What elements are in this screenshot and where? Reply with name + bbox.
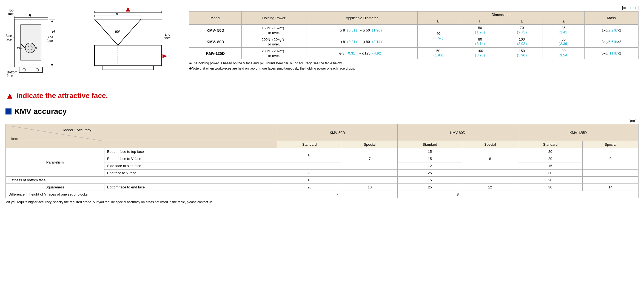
L-80d: 100（3.93） [501, 36, 543, 48]
H-80d: 80（3.14） [459, 36, 501, 48]
val-50d-diff: 7 [277, 191, 397, 198]
val-80d-std-flat: 15 [398, 177, 462, 184]
note-2: ※Note that when workpieces are held on t… [189, 66, 639, 71]
a-80d: 60（2.36） [543, 36, 584, 48]
svg-text:a: a [116, 12, 118, 16]
accuracy-section: KMV accuracy （μm） Model・Accuracy Item [5, 107, 639, 204]
accuracy-title: KMV accuracy [14, 107, 67, 116]
svg-text:Item: Item [11, 137, 18, 141]
val-50d-spl-flat [342, 177, 398, 184]
power-50d: 150N（15kgf）or over. [241, 25, 306, 36]
svg-line-44 [118, 19, 141, 45]
H-125d: 100（3.93） [459, 48, 501, 59]
sub-flatness: Flatness of bottom face [6, 177, 277, 184]
col-holding-power: Holding Power [241, 12, 306, 25]
val-50d-std-sside [277, 162, 342, 170]
mass-80d: 3kg/6.6 lb×2 [585, 36, 639, 48]
red-arrow-icon: ▲ [5, 91, 14, 100]
H-50d: 50（1.96） [459, 25, 501, 36]
dim-L: L [501, 18, 543, 25]
acc-80d-std: Standard [398, 141, 462, 148]
val-80d-std-btop: 15 [398, 148, 462, 155]
top-section: Top face B OFF ON [5, 5, 639, 100]
col-applicable-diameter: Applicable Diameter [306, 12, 417, 25]
acc-row-1: Parallelism Bottom face to top face 10 7… [6, 148, 639, 155]
val-80d-std-bvface: 15 [398, 155, 462, 162]
accuracy-table: Model・Accuracy Item KMV-50D KMV-80D KMV-… [5, 124, 639, 198]
acc-80d-spl: Special [462, 141, 518, 148]
svg-rect-46 [95, 45, 162, 66]
val-125d-diff [518, 191, 638, 198]
sub-evface: End face to V face [104, 170, 277, 177]
acc-50d-std: Standard [277, 141, 342, 148]
svg-text:B: B [29, 13, 31, 18]
svg-point-28 [23, 68, 25, 71]
val-125d-std-flat: 20 [518, 177, 583, 184]
acc-sub-header-row: Standard Special Standard Special Standa… [6, 141, 639, 148]
diam-50d: φ 8（0.31）－φ 50（1.96） [306, 25, 417, 36]
table-row: KMV- 50D 150N（15kgf）or over. φ 8（0.31）－φ… [189, 25, 639, 36]
svg-text:face: face [8, 12, 15, 16]
val-50d-std-evface: 20 [277, 170, 342, 177]
svg-text:face: face [5, 38, 12, 41]
B-50d: 40（1.57） [417, 25, 459, 48]
col-model: Model [189, 12, 242, 25]
sub-bend: Bottom face to end face [104, 184, 277, 191]
col-mass: Mass [585, 12, 639, 25]
acc-125d-spl: Special [583, 141, 639, 148]
val-50d-std-btop: 10 [277, 148, 342, 162]
val-125d-spl-flat [583, 177, 639, 184]
val-125d-spl: 9 [583, 148, 639, 170]
svg-rect-7 [21, 25, 41, 60]
page-container: Top face B OFF ON [5, 5, 639, 204]
accuracy-header: KMV accuracy [5, 107, 639, 116]
power-80d: 200N（20kgf）or over. [241, 36, 306, 48]
acc-row-6: Squareness Bottom face to end face 20 10… [6, 184, 639, 191]
attractive-text: indicate the attractive face. [16, 91, 108, 100]
val-80d-spl-bend: 12 [462, 184, 518, 191]
bottom-notes: ※If you require higher accuracy, specify… [5, 200, 639, 204]
table-row: KMV- 80D 200N（20kgf）or over. φ 8（0.31）－φ… [189, 36, 639, 48]
svg-text:face: face [7, 74, 13, 78]
svg-text:face: face [164, 36, 171, 40]
model-50d: KMV- 50D [189, 25, 242, 36]
acc-header-row: Model・Accuracy Item KMV-50D KMV-80D KMV-… [6, 124, 639, 141]
val-125d-std-evface: 30 [518, 170, 583, 177]
diagrams: Top face B OFF ON [5, 5, 181, 86]
svg-marker-18 [51, 64, 53, 67]
val-125d-std-btop: 20 [518, 148, 583, 155]
val-80d-std-evface: 25 [398, 170, 462, 177]
sub-sside: Side face to side face [104, 162, 277, 170]
val-50d-spl-evface [342, 170, 398, 177]
val-80d-std-bend: 25 [398, 184, 462, 191]
bottom-note-1: ※If you require higher accuracy, specify… [5, 200, 92, 204]
dim-H: H [459, 18, 501, 25]
unit-label: [mm（in）] [189, 5, 639, 10]
model-80d: KMV- 80D [189, 36, 242, 48]
dim-a: a [543, 18, 584, 25]
diam-80d: φ 8（0.31）－φ 80（3.14） [306, 36, 417, 48]
diagram-section: Top face B OFF ON [5, 5, 181, 100]
acc-row-5: Flatness of bottom face 10 15 20 [6, 177, 639, 184]
val-125d-spl-bend: 14 [583, 184, 639, 191]
svg-text:OFF: OFF [17, 47, 22, 50]
acc-model-80d: KMV-80D [398, 124, 518, 141]
group-parallelism: Parallelism [6, 148, 104, 177]
bottom-note-2: ※If you require special accuracy on area… [93, 200, 213, 204]
mass-50d: 1kg/2.2 lb×2 [585, 25, 639, 36]
val-80d-std-sside: 12 [398, 162, 462, 170]
acc-row-7: Difference in height of V faces of one s… [6, 191, 639, 198]
model-125d: KMV-125D [189, 48, 242, 59]
acc-50d-spl: Special [342, 141, 398, 148]
sub-bvface: Bottom face to V face [104, 155, 277, 162]
val-125d-spl-evface [583, 170, 639, 177]
L-125d: 150（5.90） [501, 48, 543, 59]
sub-diff: Difference in height of V faces of one s… [6, 191, 277, 198]
svg-text:End: End [164, 33, 170, 36]
note-1: ※The holding power is based on the V fac… [189, 61, 639, 66]
svg-text:90°: 90° [115, 30, 120, 34]
right-diagram: L a End face [86, 5, 174, 75]
svg-text:Bottom: Bottom [7, 70, 17, 74]
val-50d-spl-bend: 10 [342, 184, 398, 191]
sub-btop: Bottom face to top face [104, 148, 277, 155]
